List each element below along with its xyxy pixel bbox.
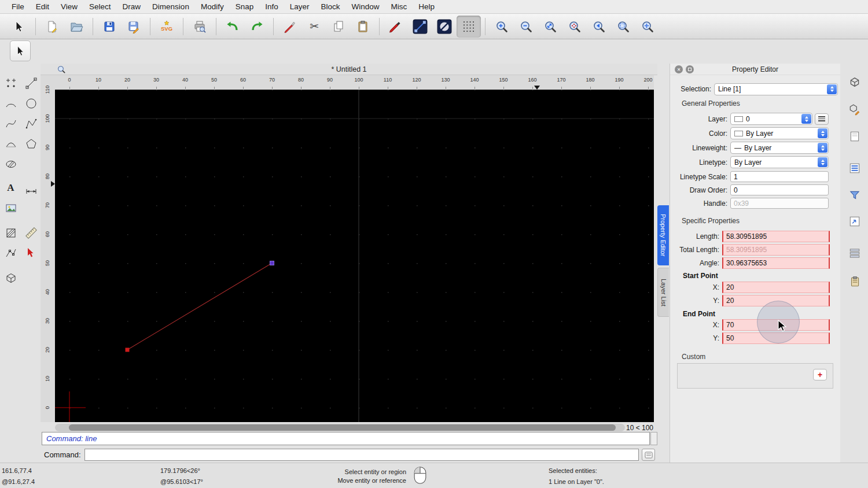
- save-icon: [102, 20, 116, 34]
- command-history-scrollbar[interactable]: [650, 432, 657, 445]
- dock-command-widget-button[interactable]: [843, 125, 866, 147]
- new-document-button[interactable]: [40, 16, 64, 38]
- save-button[interactable]: [97, 16, 122, 38]
- menu-item[interactable]: Modify: [195, 0, 230, 14]
- dock-layer-list-button[interactable]: [843, 242, 866, 264]
- dock-layer-tree-button[interactable]: [843, 270, 866, 293]
- dock-property-editor-button[interactable]: [843, 157, 866, 179]
- line-start-handle[interactable]: [126, 348, 130, 352]
- select-tool-button[interactable]: [7, 16, 31, 38]
- curve-tool-button[interactable]: [1, 134, 20, 153]
- draw-order-input[interactable]: 0: [730, 184, 829, 195]
- save-as-button[interactable]: [122, 16, 146, 38]
- current-tool-button[interactable]: [10, 40, 31, 61]
- zoom-window-button[interactable]: [611, 16, 635, 38]
- zoom-in-button[interactable]: [490, 16, 514, 38]
- paste-button[interactable]: [351, 16, 375, 38]
- layer-combobox[interactable]: 0: [730, 113, 812, 125]
- end-point-label: End Point: [670, 310, 840, 318]
- selection-combobox[interactable]: Line [1]: [714, 83, 838, 95]
- lineweight-combobox[interactable]: —By Layer: [730, 142, 829, 154]
- snap-endpoint-button[interactable]: [408, 16, 432, 38]
- polyline-tool-button[interactable]: [21, 114, 41, 133]
- menu-item[interactable]: View: [55, 0, 83, 14]
- command-input[interactable]: [84, 449, 639, 461]
- hruler-tick-label: 120: [410, 77, 424, 83]
- layer-menu-button[interactable]: [815, 113, 829, 125]
- angle-input[interactable]: 30.96375653: [722, 257, 830, 269]
- open-file-button[interactable]: [64, 16, 89, 38]
- print-preview-button[interactable]: [187, 16, 212, 38]
- polygon-tool-button[interactable]: [21, 134, 41, 153]
- zoom-previous-button[interactable]: [587, 16, 611, 38]
- export-svg-button[interactable]: SVG: [155, 16, 179, 38]
- linetype-scale-input[interactable]: 1: [730, 171, 829, 182]
- line-tool-button[interactable]: [21, 73, 41, 93]
- redo-button[interactable]: [245, 16, 269, 38]
- add-custom-property-button[interactable]: +: [813, 369, 827, 380]
- panel-float-button[interactable]: [686, 65, 694, 73]
- horizontal-scrollbar-thumb[interactable]: [69, 424, 616, 431]
- linetype-label: Linetype:: [670, 158, 730, 167]
- undo-button[interactable]: [220, 16, 245, 38]
- modify-tool-button[interactable]: [21, 243, 41, 263]
- menu-item[interactable]: Dimension: [146, 0, 195, 14]
- points-tool-button[interactable]: [1, 73, 20, 93]
- menu-item[interactable]: Block: [315, 0, 346, 14]
- pen-edit-button[interactable]: [384, 16, 408, 38]
- menu-item[interactable]: Help: [413, 0, 440, 14]
- snap-endpoint-icon: [413, 19, 428, 34]
- menu-item[interactable]: Select: [83, 0, 117, 14]
- dock-block-list-button[interactable]: [843, 71, 866, 93]
- zoom-auto-button[interactable]: [538, 16, 562, 38]
- menu-item[interactable]: Layer: [284, 0, 315, 14]
- spline-tool-button[interactable]: [1, 114, 20, 133]
- polyline-edit-tool-button[interactable]: [1, 243, 20, 263]
- zoom-out-button[interactable]: [514, 16, 538, 38]
- measure-tool-button[interactable]: [21, 223, 41, 242]
- tab-layer-list[interactable]: Layer List: [657, 268, 669, 317]
- color-label: Color:: [670, 130, 730, 138]
- menu-item[interactable]: Misc: [385, 0, 413, 14]
- length-label: Length:: [670, 232, 722, 241]
- zoom-pan-button[interactable]: [635, 16, 660, 38]
- delete-entity-button[interactable]: [278, 16, 302, 38]
- arc-tool-button[interactable]: [1, 94, 20, 113]
- solids-tool-button[interactable]: [1, 268, 20, 287]
- grid-toggle-button[interactable]: [457, 16, 481, 38]
- menu-item[interactable]: File: [6, 0, 30, 14]
- drawing-canvas[interactable]: [55, 90, 654, 422]
- text-icon: A: [7, 182, 14, 194]
- dock-quick-info-button[interactable]: [843, 210, 866, 232]
- linetype-scale-label: Linetype Scale:: [670, 173, 730, 181]
- dock-library-browser-button[interactable]: [843, 98, 866, 120]
- angle-label: Angle:: [670, 259, 722, 267]
- menu-item[interactable]: Draw: [117, 0, 147, 14]
- menu-item[interactable]: Snap: [230, 0, 260, 14]
- menu-item[interactable]: Info: [259, 0, 284, 14]
- tab-property-editor[interactable]: Property Editor: [657, 205, 669, 265]
- zoom-redraw-button[interactable]: [562, 16, 587, 38]
- dimension-tool-button[interactable]: [21, 178, 41, 197]
- circle-tool-button[interactable]: [21, 94, 41, 113]
- color-value: By Layer: [746, 130, 773, 138]
- dock-filter-button[interactable]: [843, 184, 866, 206]
- menu-item[interactable]: Window: [346, 0, 385, 14]
- horizontal-scrollbar[interactable]: [55, 424, 625, 431]
- command-history[interactable]: Command: line: [42, 432, 650, 445]
- menu-item[interactable]: Edit: [30, 0, 55, 14]
- length-input[interactable]: 58.30951895: [722, 231, 830, 242]
- panel-close-button[interactable]: ✕: [675, 65, 683, 73]
- linetype-combobox[interactable]: By Layer: [730, 156, 829, 168]
- image-tool-button[interactable]: [1, 198, 20, 217]
- snap-free-button[interactable]: [432, 16, 457, 38]
- command-options-button[interactable]: [642, 449, 655, 461]
- color-combobox[interactable]: By Layer: [730, 127, 829, 139]
- start-x-input[interactable]: 20: [722, 282, 830, 293]
- copy-button[interactable]: [326, 16, 351, 38]
- text-tool-button[interactable]: A: [1, 178, 20, 197]
- ellipse-tool-button[interactable]: [1, 154, 20, 173]
- cut-button[interactable]: ✂: [302, 16, 326, 38]
- hatch-tool-button[interactable]: [1, 223, 20, 242]
- line-end-handle[interactable]: [270, 261, 274, 265]
